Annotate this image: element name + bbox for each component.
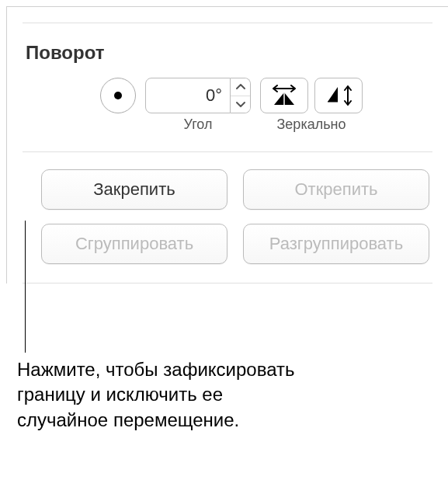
stepper-up[interactable] bbox=[231, 78, 250, 96]
lock-button[interactable]: Закрепить bbox=[41, 169, 227, 210]
unlock-button[interactable]: Открепить bbox=[243, 169, 429, 210]
flip-horizontal-icon bbox=[271, 85, 297, 106]
group-button[interactable]: Сгруппировать bbox=[41, 224, 227, 264]
flip-vertical-button[interactable] bbox=[314, 78, 363, 113]
stepper-down[interactable] bbox=[231, 96, 250, 113]
button-grid: Закрепить Открепить Сгруппировать Разгру… bbox=[7, 152, 448, 283]
chevron-up-icon bbox=[236, 84, 245, 90]
angle-group: Угол bbox=[145, 78, 251, 133]
section-title: Поворот bbox=[7, 23, 448, 78]
callout-line bbox=[25, 221, 26, 353]
flip-vertical-icon bbox=[325, 85, 352, 106]
divider bbox=[23, 283, 432, 284]
flip-group: Зеркально bbox=[260, 78, 363, 133]
flip-label: Зеркально bbox=[276, 117, 346, 133]
angle-stepper bbox=[231, 78, 251, 113]
flip-horizontal-button[interactable] bbox=[260, 78, 308, 113]
angle-label: Угол bbox=[184, 117, 213, 133]
rotation-controls: Угол bbox=[7, 78, 448, 151]
angle-input[interactable] bbox=[145, 78, 231, 113]
callout-text: Нажмите, чтобы зафиксировать границу и и… bbox=[17, 357, 312, 433]
rotation-dial[interactable] bbox=[100, 78, 136, 113]
chevron-down-icon bbox=[236, 101, 245, 107]
ungroup-button[interactable]: Разгруппировать bbox=[243, 224, 429, 264]
